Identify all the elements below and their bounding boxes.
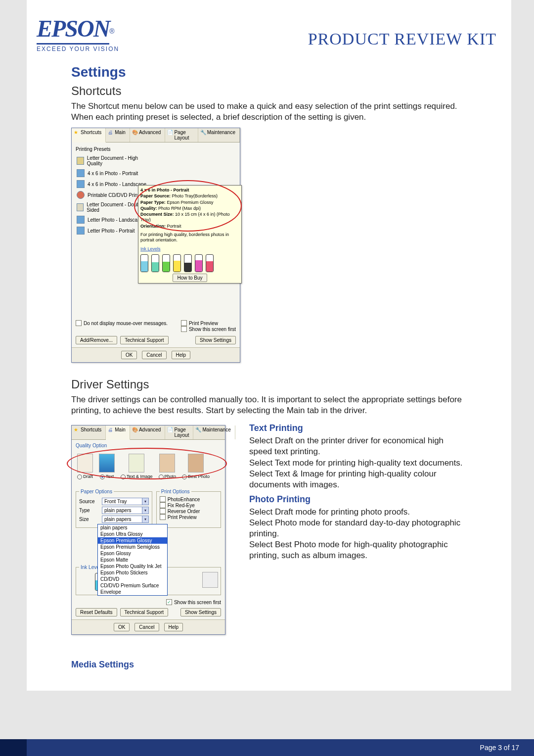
ink-bar [151, 254, 159, 272]
tab-advanced[interactable]: 🎨Advanced [130, 425, 165, 439]
how-to-buy-button[interactable]: How to Buy [173, 274, 207, 282]
checkbox-label: Print Preview [189, 321, 218, 326]
tab-maintenance-label: Maintenance [202, 427, 230, 432]
preset-icon [77, 169, 85, 177]
dialog-tabs: ★Shortcuts 🖨Main 🎨Advanced 📄Page Layout … [72, 425, 225, 440]
dropdown-option[interactable]: Epson Glossy [98, 550, 167, 557]
tech-support-button[interactable]: Technical Support [120, 608, 169, 616]
cancel-button[interactable]: Cancel [142, 351, 166, 359]
star-icon: ★ [74, 130, 79, 135]
radio-icon [100, 474, 105, 479]
print-preview-checkbox[interactable]: Print Preview [181, 320, 236, 326]
tab-page-layout[interactable]: 📄Page Layout [165, 425, 193, 439]
dropdown-option[interactable]: Epson Premium Semigloss [98, 544, 167, 550]
dialog-body: Quality Option Draft Text Text & Image P… [72, 440, 225, 619]
tab-shortcuts[interactable]: ★Shortcuts [72, 128, 106, 142]
checkbox-icon [160, 508, 166, 514]
quality-text[interactable]: Text [99, 454, 115, 479]
photoenhance-checkbox[interactable]: PhotoEnhance [160, 496, 218, 502]
tech-support-button[interactable]: Technical Support [120, 336, 169, 344]
tab-main[interactable]: 🖨Main [106, 128, 130, 142]
page-title: PRODUCT REVIEW KIT [308, 30, 496, 48]
radio-icon [77, 474, 82, 479]
reverse-order-checkbox[interactable]: Reverse Order [160, 508, 218, 514]
show-settings-button[interactable]: Show Settings [180, 608, 221, 616]
tab-advanced[interactable]: 🎨Advanced [130, 128, 165, 142]
dropdown-option[interactable]: Epson Ultra Glossy [98, 531, 167, 537]
size-label: Size [79, 517, 99, 522]
text-printing-paragraph: Select Draft on the printer driver for e… [249, 435, 467, 490]
tooltip-value: Photo Tray(Borderless) [172, 193, 218, 198]
dropdown-option[interactable]: Envelope [98, 589, 167, 595]
tooltip-label: Quality: [140, 206, 157, 211]
shortcuts-paragraph: The Shortcut menu below can be used to m… [71, 101, 467, 123]
preset-label: Letter Photo - Landscape [88, 217, 143, 223]
checkbox-icon [160, 496, 166, 502]
tab-main-label: Main [115, 130, 126, 135]
dropdown-option[interactable]: plain papers [98, 524, 167, 531]
tab-main[interactable]: 🖨Main [106, 425, 130, 440]
source-label: Source [79, 499, 99, 504]
dropdown-option[interactable]: CD/DVD Premium Surface [98, 582, 167, 589]
tooltip-label: Orientation: [140, 224, 166, 229]
paper-type-dropdown[interactable]: plain papersEpson Ultra GlossyEpson Prem… [97, 524, 168, 596]
content-sheet: EPSON® EXCEED YOUR VISION PRODUCT REVIEW… [27, 0, 511, 691]
radio-icon [121, 474, 126, 479]
tab-maintenance[interactable]: 🔧Maintenance [198, 128, 240, 142]
source-combo[interactable]: Front Tray▾ [102, 498, 149, 505]
preset-icon [77, 203, 84, 211]
dropdown-option[interactable]: Epson Photo Stickers [98, 569, 167, 576]
tooltip-label: Document Size: [140, 212, 174, 217]
show-settings-button[interactable]: Show Settings [195, 336, 236, 344]
fix-redeye-checkbox[interactable]: Fix Red-Eye [160, 502, 218, 508]
quality-label: Draft [83, 474, 93, 479]
dropdown-option[interactable]: Epson Photo Quality Ink Jet [98, 563, 167, 569]
type-combo[interactable]: plain papers▾ [102, 507, 149, 514]
tab-advanced-label: Advanced [139, 130, 161, 135]
ok-button[interactable]: OK [114, 623, 130, 631]
combo-value: plain papers [104, 517, 131, 522]
help-button[interactable]: Help [172, 351, 191, 359]
thumb-icon [99, 454, 115, 472]
ink-bar [173, 254, 181, 272]
dropdown-option[interactable]: CD/DVD [98, 576, 167, 582]
paper-options-group: Paper Options SourceFront Tray▾ Typeplai… [76, 489, 152, 528]
tooltip-title: 4 x 6 in Photo - Portrait [140, 188, 189, 192]
cancel-button[interactable]: Cancel [134, 623, 159, 631]
dropdown-option[interactable]: Epson Premium Glossy [98, 537, 167, 544]
ink-levels-chart [140, 254, 239, 272]
palette-icon: 🎨 [132, 427, 137, 432]
ink-bar [195, 254, 203, 272]
checkbox-icon [160, 502, 166, 508]
tab-page-layout[interactable]: 📄Page Layout [165, 128, 198, 142]
tab-maintenance-label: Maintenance [207, 130, 235, 135]
add-remove-button[interactable]: Add/Remove... [76, 336, 117, 344]
wrench-icon: 🔧 [195, 427, 200, 432]
dont-display-checkbox[interactable]: Do not display mouse-over messages. [76, 320, 168, 326]
size-combo[interactable]: plain papers▾ [102, 516, 149, 523]
quality-draft[interactable]: Draft [77, 454, 93, 479]
print-options-group: Print Options PhotoEnhance Fix Red-Eye R… [156, 489, 221, 528]
quality-text-image[interactable]: Text & Image [121, 454, 153, 479]
dropdown-option[interactable]: Epson Matte [98, 557, 167, 563]
radio-icon [182, 474, 187, 479]
show-first-checkbox[interactable]: Show this screen first [181, 326, 236, 332]
reset-defaults-button[interactable]: Reset Defaults [76, 608, 117, 616]
orientation-preview-icon [202, 572, 218, 588]
dialog-body: Printing Presets Letter Document - High … [72, 142, 240, 347]
registered-mark: ® [109, 27, 114, 35]
quality-photo[interactable]: Photo [159, 454, 177, 479]
preset-icon [77, 180, 85, 188]
print-preview-checkbox[interactable]: Print Preview [160, 514, 218, 520]
preset-item[interactable]: 4 x 6 in Photo - Portrait [76, 168, 150, 179]
show-first-checkbox[interactable]: Show this screen first [76, 599, 221, 605]
help-button[interactable]: Help [164, 623, 183, 631]
tab-shortcuts[interactable]: ★Shortcuts [72, 425, 106, 439]
preset-item[interactable]: Letter Document - High Quality [76, 154, 150, 168]
print-options-label: Print Options [160, 489, 191, 494]
tooltip-label: Paper Type: [140, 200, 166, 205]
tab-maintenance[interactable]: 🔧Maintenance [193, 425, 235, 439]
page-icon: 📄 [167, 130, 172, 135]
ok-button[interactable]: OK [121, 351, 137, 359]
quality-best-photo[interactable]: Best Photo [182, 454, 210, 479]
